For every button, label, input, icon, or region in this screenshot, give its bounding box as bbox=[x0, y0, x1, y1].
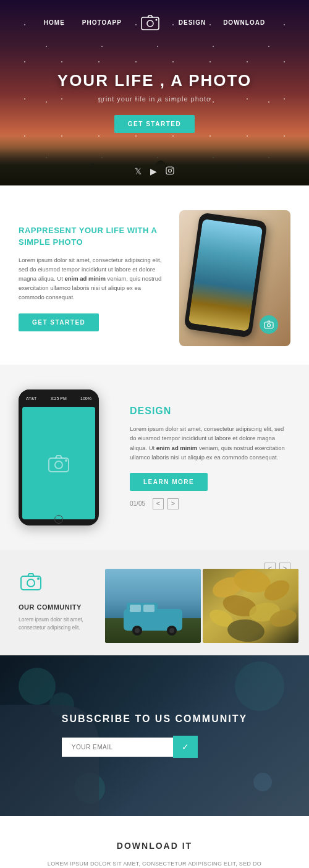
subscribe-submit-button[interactable]: ✓ bbox=[173, 736, 198, 758]
community-photo-leaves bbox=[203, 569, 298, 643]
phone-status-bar: AT&T 3:25 PM 100% bbox=[19, 389, 99, 407]
design-next-button[interactable]: > bbox=[167, 498, 179, 509]
design-page-indicator: 01/05 bbox=[130, 500, 145, 507]
design-body-bold: enim ad minim bbox=[156, 445, 198, 451]
phone-battery: 100% bbox=[80, 396, 91, 401]
camera-overlay-icon bbox=[260, 315, 278, 334]
svg-point-4 bbox=[169, 169, 172, 172]
community-inner: < > OUR COMMUNITY Lorem ipsum dolor sit … bbox=[0, 569, 309, 655]
represent-body-bold: enim ad minim bbox=[64, 275, 106, 282]
phone-teal-screen bbox=[22, 407, 95, 519]
svg-rect-3 bbox=[166, 167, 174, 174]
svg-point-9 bbox=[55, 461, 62, 469]
design-phone-col: AT&T 3:25 PM 100% bbox=[19, 389, 117, 525]
leaves-svg bbox=[203, 569, 298, 643]
download-body: Lorem ipsum dolor sit amet, consectetur … bbox=[37, 859, 272, 868]
phone-home-button[interactable] bbox=[54, 515, 63, 524]
community-photos bbox=[105, 569, 298, 643]
design-learn-more-button[interactable]: LEARN MORE bbox=[130, 473, 208, 491]
nav-home[interactable]: HOME bbox=[44, 19, 65, 26]
represent-cta-button[interactable]: GET STARTED bbox=[19, 313, 99, 331]
phone-time: 3:25 PM bbox=[51, 396, 67, 401]
svg-point-5 bbox=[172, 168, 173, 169]
instagram-icon[interactable] bbox=[166, 166, 174, 177]
youtube-icon[interactable]: ▶ bbox=[150, 166, 157, 177]
hero-social-icons: 𝕏 ▶ bbox=[135, 166, 174, 177]
download-section: DOWNLOAD IT Lorem ipsum dolor sit amet, … bbox=[0, 816, 309, 868]
hero-cta-button[interactable]: GET STARTED bbox=[114, 115, 195, 133]
hero-silhouette-decoration bbox=[0, 136, 309, 185]
represent-body: Lorem ipsum dolor sit amet, consectetur … bbox=[19, 255, 167, 302]
svg-point-1 bbox=[147, 20, 153, 27]
hero-content: YOUR LIFE , A PHOTO print your life in a… bbox=[57, 71, 252, 133]
svg-rect-19 bbox=[143, 605, 154, 612]
nav-download[interactable]: DOWNLOAD bbox=[223, 19, 265, 26]
design-phone-mockup: AT&T 3:25 PM 100% bbox=[19, 389, 99, 525]
represent-title: RAPPRESENT YOUR LIFE WITH A SIMPLE PHOTO bbox=[19, 225, 167, 247]
nav-photoapp[interactable]: PHOTOAPP bbox=[82, 19, 122, 26]
hero-subtitle: print your life in a simple photo bbox=[57, 95, 252, 103]
logo-icon[interactable] bbox=[139, 11, 161, 33]
svg-point-12 bbox=[27, 579, 35, 587]
phone-hand-mockup bbox=[179, 210, 290, 346]
svg-point-10 bbox=[65, 459, 67, 462]
community-camera-icon bbox=[19, 569, 93, 598]
represent-text-col: RAPPRESENT YOUR LIFE WITH A SIMPLE PHOTO… bbox=[19, 225, 167, 331]
svg-point-21 bbox=[135, 628, 140, 633]
svg-point-13 bbox=[37, 577, 40, 580]
subscribe-form: ✓ bbox=[62, 736, 247, 758]
svg-rect-6 bbox=[265, 322, 273, 328]
phone-screen bbox=[188, 219, 263, 331]
design-arrows: < > bbox=[153, 498, 179, 509]
svg-point-2 bbox=[155, 19, 157, 21]
phone-screen-image bbox=[188, 219, 263, 331]
community-section: < > OUR COMMUNITY Lorem ipsum dolor sit … bbox=[0, 550, 309, 655]
community-top: OUR COMMUNITY Lorem ipsum dolor sit amet… bbox=[0, 569, 309, 655]
represent-image-col bbox=[179, 210, 290, 346]
van-svg bbox=[105, 569, 201, 643]
subscribe-title: SUBSCRIBE TO US COMMUNITY bbox=[62, 713, 247, 725]
phone-carrier: AT&T bbox=[26, 396, 36, 401]
twitter-icon[interactable]: 𝕏 bbox=[135, 166, 142, 177]
represent-section: RAPPRESENT YOUR LIFE WITH A SIMPLE PHOTO… bbox=[0, 185, 309, 365]
navigation: HOME PHOTOAPP DESIGN DOWNLOAD bbox=[0, 0, 309, 45]
camera-screen-icon bbox=[46, 451, 71, 475]
svg-rect-18 bbox=[130, 605, 141, 612]
hero-title: YOUR LIFE , A PHOTO bbox=[57, 71, 252, 90]
download-title: DOWNLOAD IT bbox=[19, 841, 290, 851]
community-text-col: OUR COMMUNITY Lorem ipsum dolor sit amet… bbox=[19, 569, 93, 632]
svg-point-7 bbox=[268, 324, 271, 327]
subscribe-section: SUBSCRIBE TO US COMMUNITY ✓ bbox=[0, 655, 309, 816]
design-body: Lorem ipsum dolor sit amet, consectetur … bbox=[130, 424, 290, 462]
community-photo-van bbox=[105, 569, 201, 643]
community-body: Lorem ipsum dolor sit amet, consectetur … bbox=[19, 616, 93, 632]
design-text-col: DESIGN Lorem ipsum dolor sit amet, conse… bbox=[130, 406, 290, 509]
subscribe-content: SUBSCRIBE TO US COMMUNITY ✓ bbox=[62, 713, 247, 758]
subscribe-email-input[interactable] bbox=[62, 738, 173, 757]
community-title: OUR COMMUNITY bbox=[19, 603, 93, 611]
design-section: AT&T 3:25 PM 100% DESIGN Lorem ipsum dol… bbox=[0, 365, 309, 550]
design-title: DESIGN bbox=[130, 406, 290, 417]
svg-point-23 bbox=[169, 628, 174, 633]
design-navigation: 01/05 < > bbox=[130, 498, 290, 509]
design-prev-button[interactable]: < bbox=[153, 498, 164, 509]
nav-design[interactable]: DESIGN bbox=[179, 19, 206, 26]
